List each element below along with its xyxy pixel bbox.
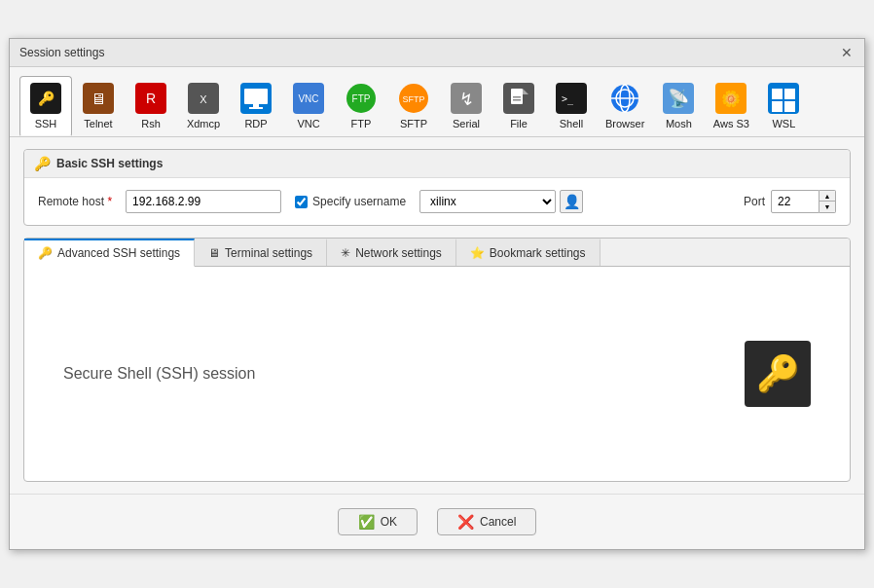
svg-text:FTP: FTP [352, 93, 371, 104]
session-type-vnc[interactable]: VNC VNC [282, 75, 335, 137]
ok-icon: ✅ [358, 514, 375, 530]
port-group: Port ▲ ▼ [744, 190, 836, 213]
rdp-label: RDP [244, 118, 267, 129]
port-decrement-button[interactable]: ▼ [819, 202, 835, 212]
svg-text:🖥: 🖥 [91, 91, 106, 107]
basic-ssh-body: Remote host * Specify username xilinx 👤 … [24, 178, 850, 225]
serial-label: Serial [453, 118, 480, 129]
title-bar: Session settings ✕ [10, 39, 864, 67]
svg-text:X: X [200, 93, 207, 105]
username-select[interactable]: xilinx [419, 190, 556, 213]
basic-ssh-header: 🔑 Basic SSH settings [24, 150, 850, 178]
tab-terminal-icon: 🖥 [208, 246, 220, 260]
svg-text:R: R [146, 91, 156, 106]
port-input-container: ▲ ▼ [771, 190, 836, 213]
ok-button[interactable]: ✅ OK [338, 508, 418, 535]
session-type-awss3[interactable]: 🌼 Aws S3 [705, 75, 757, 137]
ftp-icon: FTP [344, 81, 379, 116]
dialog-title: Session settings [19, 46, 104, 59]
session-type-rdp[interactable]: RDP [230, 75, 282, 137]
settings-tabs: 🔑 Advanced SSH settings 🖥 Terminal setti… [23, 238, 851, 482]
file-label: File [510, 118, 528, 129]
add-user-button[interactable]: 👤 [560, 190, 583, 213]
cancel-button[interactable]: ❌ Cancel [437, 508, 536, 535]
port-input[interactable] [771, 190, 819, 213]
vnc-icon: VNC [291, 81, 326, 116]
awss3-icon: 🌼 [713, 81, 748, 116]
session-type-shell[interactable]: >_ Shell [545, 75, 598, 137]
ssh-session-label: Secure Shell (SSH) session [63, 365, 255, 383]
svg-rect-11 [249, 107, 263, 109]
session-type-telnet[interactable]: 🖥 Telnet [72, 75, 125, 137]
remote-host-input[interactable] [126, 190, 281, 213]
session-settings-dialog: Session settings ✕ 🔑 SSH 🖥 Telnet [9, 38, 865, 550]
dialog-footer: ✅ OK ❌ Cancel [10, 494, 864, 549]
tab-bookmark-label: Bookmark settings [490, 246, 586, 260]
session-type-sftp[interactable]: SFTP SFTP [387, 75, 440, 137]
port-label: Port [744, 195, 765, 208]
rsh-icon: R [133, 81, 168, 116]
session-type-browser[interactable]: Browser [598, 75, 652, 137]
rsh-label: Rsh [141, 118, 161, 129]
file-icon [501, 81, 536, 116]
tab-terminal[interactable]: 🖥 Terminal settings [195, 239, 327, 266]
tab-advanced-ssh-label: Advanced SSH settings [57, 246, 180, 260]
session-type-icons: 🔑 SSH 🖥 Telnet R Rsh [10, 67, 864, 137]
xdmcp-icon: X [186, 81, 221, 116]
specify-username-label: Specify username [312, 195, 406, 208]
tab-bookmark-icon: ⭐ [470, 246, 485, 260]
svg-rect-37 [784, 89, 795, 99]
wsl-label: WSL [772, 118, 795, 129]
session-type-mosh[interactable]: 📡 Mosh [652, 75, 705, 137]
ftp-label: FTP [351, 118, 372, 129]
svg-text:↯: ↯ [459, 90, 474, 109]
session-type-file[interactable]: File [492, 75, 545, 137]
session-type-ssh[interactable]: 🔑 SSH [19, 76, 72, 137]
mosh-label: Mosh [666, 118, 692, 129]
basic-ssh-icon: 🔑 [34, 156, 51, 171]
telnet-icon: 🖥 [81, 81, 116, 116]
sftp-label: SFTP [400, 118, 427, 129]
ssh-label: SSH [35, 118, 57, 129]
port-increment-button[interactable]: ▲ [819, 191, 835, 202]
svg-rect-38 [772, 101, 783, 112]
tab-advanced-ssh[interactable]: 🔑 Advanced SSH settings [24, 239, 195, 267]
basic-ssh-title: Basic SSH settings [56, 157, 163, 170]
svg-rect-24 [513, 99, 521, 101]
mosh-icon: 📡 [661, 81, 696, 116]
tab-content-area: Secure Shell (SSH) session 🔑 [24, 267, 850, 481]
ok-label: OK [381, 515, 397, 529]
tabs-header: 🔑 Advanced SSH settings 🖥 Terminal setti… [24, 239, 850, 267]
specify-username-checkbox[interactable] [295, 196, 308, 208]
svg-rect-23 [513, 96, 521, 98]
session-type-ftp[interactable]: FTP FTP [335, 75, 387, 137]
cancel-icon: ❌ [457, 514, 474, 530]
ssh-icon: 🔑 [28, 81, 63, 116]
svg-text:📡: 📡 [668, 88, 690, 109]
svg-rect-39 [784, 101, 795, 112]
session-type-rsh[interactable]: R Rsh [125, 75, 177, 137]
session-type-xdmcp[interactable]: X Xdmcp [177, 75, 230, 137]
content-area: 🔑 Basic SSH settings Remote host * Speci… [10, 137, 864, 494]
tab-network-icon: ✳ [341, 246, 350, 260]
svg-text:>_: >_ [562, 93, 574, 105]
key-emoji-icon: 🔑 [756, 353, 800, 394]
tab-advanced-ssh-icon: 🔑 [38, 246, 53, 260]
svg-text:🌼: 🌼 [721, 90, 741, 108]
session-type-serial[interactable]: ↯ Serial [440, 75, 492, 137]
svg-rect-36 [772, 89, 783, 99]
cancel-label: Cancel [480, 515, 516, 529]
specify-username-group: Specify username [295, 195, 406, 208]
vnc-label: VNC [297, 118, 319, 129]
svg-rect-9 [244, 89, 268, 104]
shell-icon: >_ [554, 81, 589, 116]
wsl-icon [766, 81, 801, 116]
rdp-icon [238, 81, 273, 116]
session-type-wsl[interactable]: WSL [757, 75, 810, 137]
svg-text:VNC: VNC [298, 93, 318, 104]
close-button[interactable]: ✕ [839, 45, 855, 60]
browser-label: Browser [605, 118, 644, 129]
tab-bookmark[interactable]: ⭐ Bookmark settings [456, 239, 601, 266]
tab-network[interactable]: ✳ Network settings [327, 239, 456, 266]
svg-text:SFTP: SFTP [402, 94, 424, 104]
